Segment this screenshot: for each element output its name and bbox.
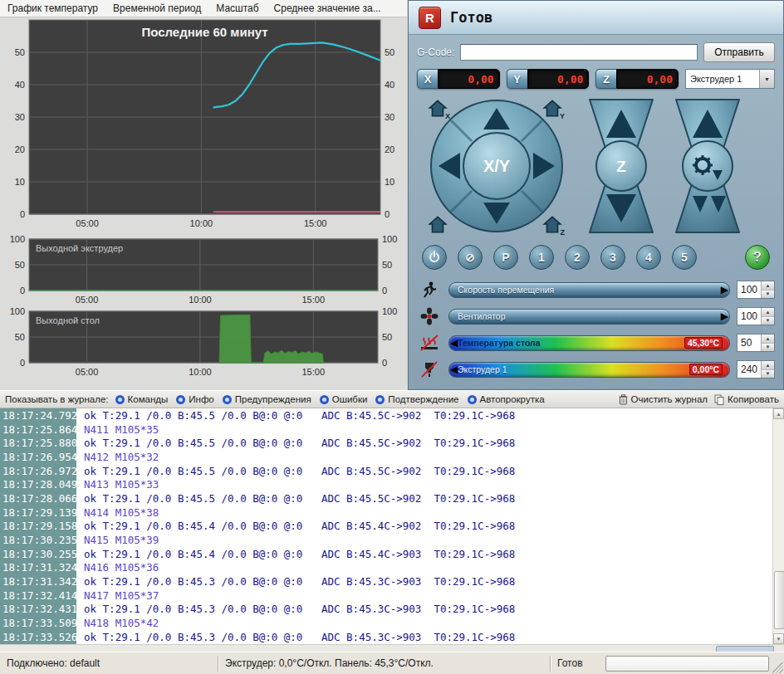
fan-handle[interactable]: ▶ <box>721 310 728 323</box>
axis-y-button[interactable]: Y <box>507 69 527 89</box>
position-5-button[interactable]: 5 <box>672 245 697 270</box>
svg-text:30: 30 <box>385 112 394 122</box>
bed-temp-row: Температура стола45,30°C◀50▲▼ <box>409 330 783 356</box>
printer-status-header: R Готов <box>409 1 783 35</box>
menu-temperature-graph[interactable]: График температур <box>0 1 105 16</box>
svg-text:20: 20 <box>15 144 25 154</box>
fan-row: Вентилятор▶100▲▼ <box>409 303 783 330</box>
extruder-temp-spinner[interactable]: 240▲▼ <box>737 360 775 379</box>
log-filter-ack[interactable]: Подтверждение <box>375 394 458 404</box>
feedrate-handle[interactable]: ▶ <box>721 283 728 296</box>
extruder-temp-handle[interactable]: ◀ <box>450 363 458 376</box>
graph-menubar: График температурВременной периодМасштаб… <box>0 0 407 17</box>
svg-text:50: 50 <box>382 260 392 270</box>
bed-temp-current-value: 45,30°C <box>684 337 723 349</box>
chevron-down-icon[interactable]: ▼ <box>759 70 774 88</box>
position-4-button[interactable]: 4 <box>636 245 661 270</box>
home-y-button[interactable]: Y <box>541 98 563 118</box>
log-filter-info[interactable]: Инфо <box>176 394 213 404</box>
z-jog-pad[interactable]: Z <box>583 95 659 237</box>
log-toolbar-label: Показывать в журнале: <box>5 394 109 404</box>
send-gcode-button[interactable]: Отправить <box>703 42 775 62</box>
bed-output-chart: 00505010010005:0010:0015:00Выходной стол <box>10 306 398 377</box>
copy-log-button[interactable]: Копировать <box>714 394 779 405</box>
home-all-button[interactable] <box>427 214 448 234</box>
bed-temp-spinner[interactable]: 50▲▼ <box>737 334 775 352</box>
menu-scale[interactable]: Масштаб <box>208 1 266 16</box>
spin-up-icon[interactable]: ▲ <box>762 281 774 291</box>
log-timestamp: 18:17:26.954 <box>0 451 76 463</box>
extruder-jog-pad[interactable] <box>669 95 746 237</box>
feedrate-slider[interactable]: Скорость перемещения▶ <box>448 282 730 298</box>
log-message: N415 M105*39 <box>76 534 159 546</box>
blue-ring-icon <box>115 395 125 404</box>
home-y-button-label: Y <box>560 112 565 120</box>
log-horizontal-scrollbar[interactable] <box>0 644 784 652</box>
axis-z-value: 0,00 <box>616 69 679 89</box>
log-vertical-scrollbar[interactable]: ▲ ▼ <box>772 408 784 644</box>
power-button[interactable] <box>422 245 447 270</box>
position-1-button[interactable]: 1 <box>529 245 554 270</box>
svg-text:0: 0 <box>20 209 25 219</box>
spin-up-icon[interactable]: ▲ <box>762 361 774 370</box>
bed-temp-slider[interactable]: Температура стола45,30°C◀ <box>448 335 730 351</box>
gcode-input[interactable] <box>460 44 698 61</box>
clear-log-button[interactable]: Очистить журнал <box>619 394 708 405</box>
home-x-button[interactable]: X <box>427 98 448 118</box>
log-row: 18:17:29.139N414 M105*38 <box>0 506 784 520</box>
extruder-select[interactable]: Экструдер 1 ▼ <box>685 69 775 89</box>
axis-z-button[interactable]: Z <box>595 69 616 89</box>
log-message: ok T:29.1 /0.0 B:45.5 /0.0 B@:0 @:0 ADC … <box>76 492 515 505</box>
spin-down-icon[interactable]: ▼ <box>762 317 774 325</box>
log-filter-commands[interactable]: Команды <box>115 394 169 404</box>
vertical-scroll-thumb[interactable] <box>774 571 784 629</box>
main-temperature-chart: 001010202030304040505005:0010:0015:00Пос… <box>15 20 395 228</box>
bed-temp-handle[interactable]: ◀ <box>450 336 458 349</box>
log-timestamp: 18:17:30.235 <box>0 534 76 546</box>
fan-spinner[interactable]: 100▲▼ <box>737 307 775 325</box>
feedrate-spinner[interactable]: 100▲▼ <box>737 281 775 299</box>
gcode-label: G-Code: <box>417 46 454 58</box>
resize-grip-icon[interactable] <box>772 662 783 673</box>
log-message: ok T:29.1 /0.0 B:45.4 /0.0 B@:0 @:0 ADC … <box>76 548 515 560</box>
log-filter-autoscroll[interactable]: Автопрокрутка <box>468 394 545 404</box>
log-row: 18:17:30.255ok T:29.1 /0.0 B:45.4 /0.0 B… <box>0 547 784 561</box>
svg-text:05:00: 05:00 <box>76 367 99 377</box>
menu-average-value[interactable]: Среднее значение за... <box>267 1 389 16</box>
svg-text:0: 0 <box>382 286 387 295</box>
help-button[interactable]: ? <box>745 245 770 270</box>
log-message: ok T:29.1 /0.0 B:45.3 /0.0 B@:0 @:0 ADC … <box>76 631 515 643</box>
spin-up-icon[interactable]: ▲ <box>762 335 774 344</box>
scroll-up-icon[interactable]: ▲ <box>773 408 784 419</box>
svg-text:30: 30 <box>15 112 25 122</box>
position-2-button[interactable]: 2 <box>565 245 590 270</box>
spin-up-icon[interactable]: ▲ <box>762 308 774 317</box>
spin-down-icon[interactable]: ▼ <box>762 370 774 379</box>
spin-down-icon[interactable]: ▼ <box>762 344 774 352</box>
atx-off-button[interactable]: ⊘ <box>458 245 483 270</box>
axis-x-button[interactable]: X <box>417 69 438 89</box>
log-filter-warnings[interactable]: Предупреждения <box>223 394 311 404</box>
printer-status-text: Готов <box>450 9 492 26</box>
park-button[interactable]: P <box>493 245 518 270</box>
fan-slider[interactable]: Вентилятор▶ <box>448 309 730 325</box>
svg-text:50: 50 <box>15 260 25 270</box>
svg-text:50: 50 <box>385 47 394 57</box>
scroll-down-icon[interactable]: ▼ <box>773 633 784 644</box>
printer-state: Готов <box>551 656 602 672</box>
spin-down-icon[interactable]: ▼ <box>762 291 774 299</box>
svg-text:10:00: 10:00 <box>189 367 212 377</box>
log-timestamp: 18:17:28.049 <box>0 478 76 491</box>
extruder-output-chart: 00505010010005:0010:0015:00Выходной экст… <box>10 234 398 305</box>
position-3-button[interactable]: 3 <box>600 245 625 270</box>
log-filter-label: Команды <box>128 394 169 404</box>
svg-text:10:00: 10:00 <box>189 295 212 305</box>
extruder-temp-slider[interactable]: Экструдер 10,00°C◀ <box>448 362 730 378</box>
menu-time-period[interactable]: Временной период <box>105 1 208 16</box>
log-filter-errors[interactable]: Ошибки <box>320 394 368 404</box>
log-timestamp: 18:17:32.414 <box>0 589 76 602</box>
svg-text:0: 0 <box>382 358 387 368</box>
home-icon <box>427 214 448 234</box>
home-z-button[interactable]: Z <box>541 214 563 234</box>
log-timestamp: 18:17:30.255 <box>0 548 76 560</box>
